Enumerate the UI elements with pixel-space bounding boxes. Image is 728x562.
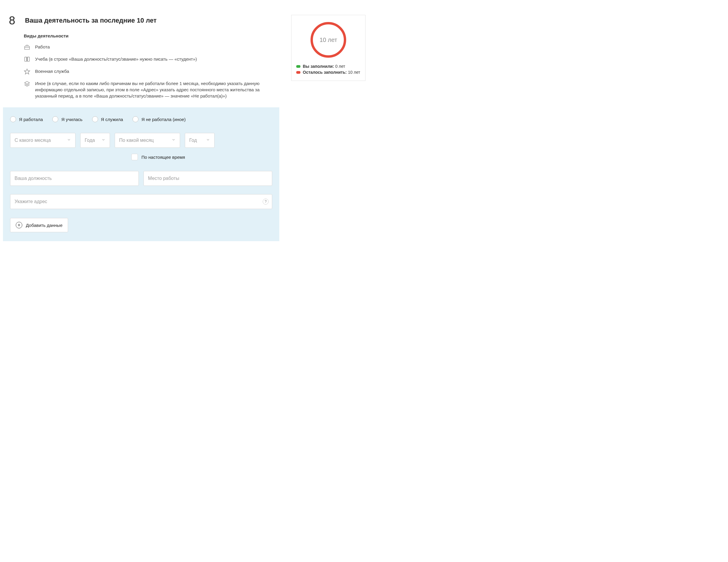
select-placeholder: Года xyxy=(85,138,95,143)
radio-label: Я училась xyxy=(61,117,82,122)
svg-rect-0 xyxy=(25,46,30,49)
svg-marker-2 xyxy=(25,81,30,84)
chevron-down-icon xyxy=(101,138,105,143)
activity-text: Иное (в случае, если по каким либо причи… xyxy=(35,80,273,99)
present-checkbox-label: По настоящее время xyxy=(141,155,185,160)
select-placeholder: Год xyxy=(189,138,197,143)
progress-ring-label: 10 лет xyxy=(319,37,337,43)
position-input[interactable] xyxy=(10,171,139,186)
plus-icon: + xyxy=(16,222,22,228)
radio-label: Я не работала (иное) xyxy=(141,117,186,122)
radio-icon xyxy=(10,116,16,122)
from-year-select[interactable]: Года xyxy=(80,133,110,148)
progress-ring: 10 лет xyxy=(309,21,348,59)
legend-remaining-value: 10 лет xyxy=(348,70,360,75)
legend-filled-value: 0 лет xyxy=(335,64,345,69)
activity-form-panel: Я работала Я училась Я служила Я не рабо… xyxy=(3,107,279,241)
from-month-select[interactable]: С какого месяца xyxy=(10,133,75,148)
activity-text: Учеба (в строке «Ваша должность/статус/з… xyxy=(35,56,273,62)
stack-icon xyxy=(24,81,30,87)
legend-filled: Вы заполнили: 0 лет xyxy=(296,64,360,69)
activity-text: Военная служба xyxy=(35,68,273,74)
radio-label: Я работала xyxy=(19,117,43,122)
activity-list: Работа Учеба (в строке «Ваша должность/с… xyxy=(24,44,279,99)
help-icon[interactable]: ? xyxy=(263,199,269,204)
radio-worked[interactable]: Я работала xyxy=(10,116,43,122)
legend-pill-green-icon xyxy=(296,65,300,68)
radio-label: Я служила xyxy=(101,117,123,122)
activity-type-radios: Я работала Я училась Я служила Я не рабо… xyxy=(10,116,272,122)
legend-remaining: Осталось заполнить: 10 лет xyxy=(296,70,360,75)
progress-card: 10 лет Вы заполнили: 0 лет Осталось запо… xyxy=(291,15,365,81)
present-checkbox[interactable] xyxy=(131,154,138,160)
to-year-select[interactable]: Год xyxy=(185,133,215,148)
address-input[interactable] xyxy=(10,194,272,209)
add-data-button[interactable]: + Добавить данные xyxy=(10,218,68,232)
section-number: 8 xyxy=(9,15,18,26)
book-icon xyxy=(24,56,30,63)
radio-other[interactable]: Я не работала (иное) xyxy=(133,116,186,122)
add-button-label: Добавить данные xyxy=(26,223,62,228)
activity-item-military: Военная служба xyxy=(24,68,279,75)
to-month-select[interactable]: По какой месяц xyxy=(115,133,180,148)
star-icon xyxy=(24,68,30,75)
chevron-down-icon xyxy=(171,138,176,143)
legend-pill-red-icon xyxy=(296,71,300,74)
chevron-down-icon xyxy=(67,138,71,143)
legend-remaining-label: Осталось заполнить: xyxy=(303,70,347,75)
radio-studied[interactable]: Я училась xyxy=(52,116,82,122)
activity-item-study: Учеба (в строке «Ваша должность/статус/з… xyxy=(24,56,279,63)
section-title: Ваша деятельность за последние 10 лет xyxy=(25,15,157,24)
radio-served[interactable]: Я служила xyxy=(92,116,123,122)
radio-icon xyxy=(92,116,98,122)
briefcase-icon xyxy=(24,44,30,51)
svg-marker-1 xyxy=(24,69,30,74)
select-placeholder: По какой месяц xyxy=(119,138,154,143)
activity-item-work: Работа xyxy=(24,44,279,51)
legend-filled-label: Вы заполнили: xyxy=(303,64,334,69)
radio-icon xyxy=(52,116,58,122)
activity-types-subtitle: Виды деятельности xyxy=(24,33,279,38)
activity-item-other: Иное (в случае, если по каким либо причи… xyxy=(24,80,279,99)
select-placeholder: С какого месяца xyxy=(15,138,51,143)
radio-icon xyxy=(133,116,138,122)
workplace-input[interactable] xyxy=(144,171,272,186)
activity-text: Работа xyxy=(35,44,273,50)
chevron-down-icon xyxy=(206,138,210,143)
